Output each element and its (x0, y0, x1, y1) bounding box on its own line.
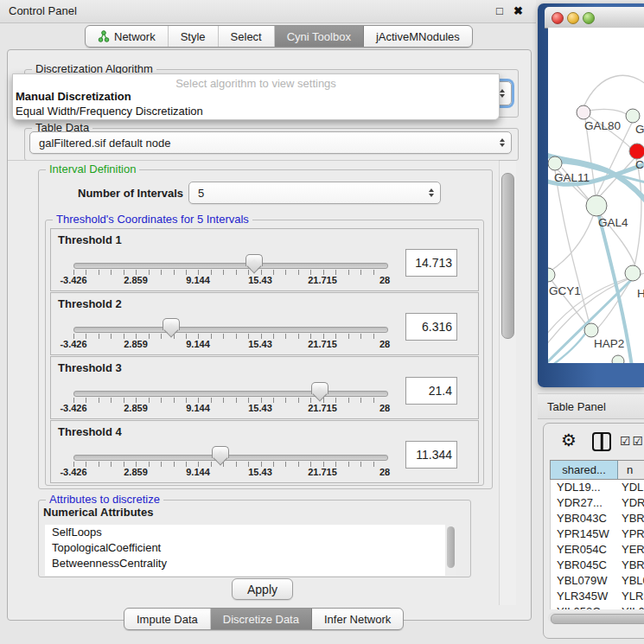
slider-scale-label: 21.715 (308, 275, 337, 285)
algorithm-placeholder: Select algorithm to view settings (13, 77, 499, 90)
column-header-name[interactable]: n (618, 461, 644, 479)
table-row[interactable]: YDR27...YDR2 (551, 495, 644, 511)
list-item[interactable]: BetweennessCentrality (45, 556, 445, 571)
minimize-window-icon[interactable] (567, 12, 579, 24)
node-gal4[interactable] (586, 195, 607, 216)
threshold-value-field[interactable]: 21.4 (405, 377, 457, 405)
node-label: GAL11 (554, 171, 590, 184)
table-data-value: galFiltered.sif default node (39, 137, 170, 150)
node-gal11[interactable] (548, 156, 562, 170)
node-gal80[interactable] (577, 105, 590, 119)
slider-scale-label: 9.144 (186, 275, 210, 285)
slider-thumb[interactable] (163, 318, 180, 330)
table-settings-gear-icon[interactable]: ⚙ (561, 431, 577, 449)
slider-scale-label: -3.426 (60, 467, 86, 477)
node-gcy1[interactable] (548, 268, 555, 282)
threshold-panel-1: Threshold 1 -3.426 2.859 9.144 15.43 21.… (50, 228, 479, 291)
dropdown-option-equal-width[interactable]: Equal Width/Frequency Discretization (16, 105, 496, 119)
node-partial[interactable] (612, 355, 624, 363)
number-of-intervals-combobox[interactable]: 5 (188, 182, 441, 204)
table-row[interactable]: YIL052CYIL0 (551, 604, 644, 609)
table-row[interactable]: YBR043CYBR0 (551, 511, 644, 526)
table-row[interactable]: YBL079WYBL0 (551, 573, 644, 589)
thresholds-group-title: Threshold's Coordinates for 5 Intervals (53, 213, 252, 226)
slider-thumb[interactable] (212, 446, 229, 458)
node-ga[interactable] (626, 109, 640, 123)
table-body[interactable]: YDL19...YDL1 YDR27...YDR2 YBR043CYBR0 YP… (550, 480, 644, 609)
slider-ticks (73, 270, 386, 275)
node-selected-red[interactable] (629, 143, 644, 159)
node-label: GAL4 (598, 216, 628, 229)
list-item[interactable]: SelfLoops (45, 525, 445, 540)
slider-scale-label: 2.859 (124, 467, 148, 477)
slider-scale-label: 9.144 (186, 339, 210, 349)
network-nodes (548, 105, 644, 363)
table-row[interactable]: YPR145WYPR1 (551, 526, 644, 542)
tab-jactivemnodules[interactable]: jActiveMNodules (364, 26, 472, 47)
dropdown-option-manual[interactable]: Manual Discretization (16, 90, 496, 105)
column-checkbox-icons[interactable]: ☑☑ (620, 434, 644, 448)
slider-scale-label: 9.144 (186, 467, 210, 477)
network-canvas[interactable]: GAL80 GA C GAL11 GAL4 GCY1 H HAP2 (548, 28, 644, 363)
tab-infer-network[interactable]: Infer Network (312, 609, 403, 629)
tab-discretize-data[interactable]: Discretize Data (211, 609, 312, 629)
slider-thumb[interactable] (245, 254, 263, 266)
zoom-window-icon[interactable] (583, 12, 595, 24)
combo-arrows-icon (500, 89, 505, 98)
threshold-panel-2: Threshold 2 -3.426 2.859 9.144 15.43 21.… (50, 292, 479, 355)
slider-ticks (73, 462, 386, 467)
attributes-list-scrollbar[interactable] (446, 525, 456, 576)
threshold-slider-track[interactable] (73, 391, 388, 397)
table-row[interactable]: YBR045CYBR0 (551, 558, 644, 573)
split-panel-icon[interactable] (592, 432, 611, 451)
threshold-value-field[interactable]: 14.713 (405, 249, 457, 277)
float-window-icon[interactable]: □ (496, 4, 503, 17)
table-row[interactable]: YDL19...YDL1 (551, 480, 644, 495)
list-item[interactable]: TopologicalCoefficient (45, 540, 445, 556)
tab-style[interactable]: Style (169, 26, 219, 47)
combo-arrows-icon (500, 138, 505, 147)
combo-arrows-icon (429, 188, 434, 197)
table-horizontal-scrollbar[interactable] (548, 612, 643, 623)
node-hap2[interactable] (584, 323, 598, 337)
slider-scale-label: 15.43 (248, 467, 272, 477)
threshold-panel-3: Threshold 3 -3.426 2.859 9.144 15.43 21.… (50, 356, 479, 419)
tab-select[interactable]: Select (219, 26, 275, 47)
threshold-slider-track[interactable] (73, 455, 388, 461)
table-row[interactable]: YER054CYER0 (551, 542, 644, 558)
number-of-intervals-label: Number of Intervals (78, 187, 183, 200)
attributes-list-scrollbar-thumb[interactable] (447, 526, 455, 568)
panel-scrollbar-thumb[interactable] (501, 173, 514, 339)
slider-scale-label: 21.715 (308, 339, 337, 349)
network-view-window: GAL80 GA C GAL11 GAL4 GCY1 H HAP2 (538, 3, 644, 387)
threshold-value-field[interactable]: 11.344 (405, 441, 457, 469)
threshold-value-field[interactable]: 6.316 (405, 313, 457, 341)
slider-thumb[interactable] (311, 382, 328, 394)
tab-impute-data[interactable]: Impute Data (124, 609, 211, 629)
close-window-icon[interactable] (552, 12, 564, 24)
control-panel-titlebar: Control Panel □ ✖ (0, 0, 536, 23)
node-label: GA (635, 123, 644, 136)
close-panel-icon[interactable]: ✖ (513, 4, 523, 17)
table-header-row: shared... n (550, 460, 644, 480)
apply-button[interactable]: Apply (232, 578, 293, 600)
threshold-slider-track[interactable] (73, 263, 388, 269)
threshold-slider-track[interactable] (73, 327, 388, 333)
slider-scale-label: -3.426 (60, 339, 86, 349)
threshold-panel-4: Threshold 4 -3.426 2.859 9.144 15.43 21.… (50, 420, 479, 483)
table-horizontal-scrollbar-thumb[interactable] (551, 614, 644, 624)
slider-scale-label: 2.859 (124, 403, 148, 413)
numerical-attributes-label: Numerical Attributes (43, 506, 153, 519)
table-data-combobox[interactable]: galFiltered.sif default node (29, 131, 512, 154)
screenshot-root: Control Panel □ ✖ Network Style Select C… (0, 0, 644, 644)
tab-cyni-toolbox[interactable]: Cyni Toolbox (275, 26, 364, 47)
slider-ticks (73, 334, 386, 339)
table-row[interactable]: YLR345WYLR3 (551, 589, 644, 604)
numerical-attributes-list[interactable]: SelfLoops TopologicalCoefficient Between… (45, 525, 445, 576)
tab-network[interactable]: Network (86, 26, 169, 47)
node-table: shared... n YDL19...YDL1 YDR27...YDR2 YB… (550, 460, 644, 609)
apply-button-label: Apply (247, 583, 277, 596)
slider-scale-label: 15.43 (248, 403, 272, 413)
column-header-shared[interactable]: shared... (551, 461, 618, 479)
node-h[interactable] (625, 265, 641, 281)
